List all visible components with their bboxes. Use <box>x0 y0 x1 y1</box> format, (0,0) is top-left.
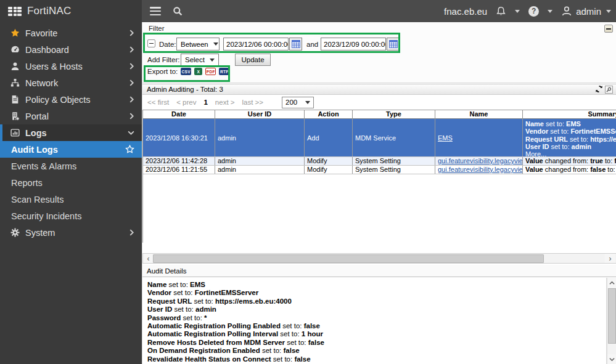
date-to-input[interactable]: 2023/12/09 00:00:00 <box>321 38 386 51</box>
detail-line: On Demand Registration Enabled set to: f… <box>147 347 606 355</box>
update-button[interactable]: Update <box>235 54 271 66</box>
sidebar-item-users-hosts[interactable]: Users & Hosts <box>0 58 142 75</box>
fortinac-window: FortiNAC fnac.eb.eu ? admin FavoriteDash… <box>0 0 616 364</box>
column-header-action[interactable]: Action <box>305 110 353 119</box>
menu-toggle-icon[interactable] <box>150 7 161 15</box>
sidebar-item-dashboard[interactable]: Dashboard <box>0 41 142 58</box>
sidebar-item-label: Users & Hosts <box>25 62 129 71</box>
page-last-link[interactable]: last >> <box>242 99 264 106</box>
date-from-input[interactable]: 2023/12/06 00:00:00 <box>223 38 289 51</box>
gear-icon <box>8 228 22 237</box>
policy-icon <box>8 95 22 104</box>
row-name-link[interactable]: gui.featurevisibility.legacyviews <box>438 157 523 164</box>
export-rtf-icon[interactable]: RTF <box>219 68 229 75</box>
column-header-name[interactable]: Name <box>435 110 523 119</box>
table-row[interactable]: 2023/12/06 11:42:28adminModifySystem Set… <box>143 157 616 166</box>
date-operator-select[interactable]: Between <box>176 38 220 51</box>
sidebar-nav: FavoriteDashboardUsers & HostsNetworkPol… <box>0 22 142 364</box>
page-prev-link[interactable]: < prev <box>176 99 196 106</box>
column-header-date[interactable]: Date <box>143 110 215 119</box>
sidebar-item-label: Scan Results <box>11 195 134 204</box>
refresh-icon[interactable] <box>595 85 603 94</box>
sidebar-item-events-alarms[interactable]: Events & Alarms <box>0 158 142 174</box>
chevron-right-icon <box>129 229 134 236</box>
sidebar-item-label: System <box>25 228 129 238</box>
sidebar-item-audit-logs[interactable]: Audit Logs <box>0 141 142 158</box>
help-caret-icon[interactable] <box>548 10 552 13</box>
date-filter-label: Date: <box>159 41 176 48</box>
remove-date-filter-button[interactable] <box>147 39 155 47</box>
sidebar-item-network[interactable]: Network <box>0 75 142 91</box>
user-avatar-icon[interactable] <box>561 6 572 17</box>
summary-line: Name set to: EMS <box>525 120 616 127</box>
sidebar-item-label: Dashboard <box>25 45 129 55</box>
detail-line: Request URL set to: https://ems.eb.eu:40… <box>147 297 606 305</box>
chevron-right-icon <box>129 96 134 103</box>
row-name-link[interactable]: gui.featurevisibility.legacyviews <box>438 166 523 173</box>
scroll-up-icon[interactable] <box>607 278 616 288</box>
chevron-right-icon <box>129 113 134 119</box>
add-filter-select[interactable]: Select <box>181 54 219 66</box>
add-filter-label: Add Filter: <box>147 56 179 63</box>
date-to-calendar-icon[interactable] <box>387 38 400 51</box>
sidebar-item-favorite[interactable]: Favorite <box>0 25 142 41</box>
chevron-down-icon <box>128 130 134 135</box>
page-first-link[interactable]: << first <box>147 99 169 106</box>
column-header-type[interactable]: Type <box>353 110 435 119</box>
content-area: Filter Date: Between 2023/12/06 00:00:00… <box>142 22 616 364</box>
summary-line: Vendor set to: FortinetEMSServer <box>525 127 616 135</box>
table-row[interactable]: 2023/12/06 11:21:55adminModifySystem Set… <box>143 166 616 174</box>
date-from-calendar-icon[interactable] <box>289 38 302 51</box>
notifications-caret-icon[interactable] <box>515 10 520 13</box>
admin-auditing-panel: Admin Auditing - Total: 3 << first < pre… <box>142 84 616 264</box>
scroll-down-icon[interactable] <box>607 354 616 364</box>
sidebar-item-logs[interactable]: Logs <box>0 124 142 141</box>
filter-collapse-button[interactable] <box>604 25 613 33</box>
sidebar-item-reports[interactable]: Reports <box>0 174 142 191</box>
summary-line[interactable]: More... <box>525 150 616 156</box>
notifications-bell-icon[interactable] <box>496 6 506 17</box>
export-csv-icon[interactable]: CSV <box>181 68 191 75</box>
export-pdf-icon[interactable]: PDF <box>205 68 216 75</box>
column-header-user-id[interactable]: User ID <box>215 110 305 119</box>
table-row[interactable]: 2023/12/08 16:30:21adminAddMDM ServiceEM… <box>143 119 616 157</box>
table-title-bar: Admin Auditing - Total: 3 <box>142 84 616 95</box>
page-next-link[interactable]: next > <box>215 99 235 106</box>
network-icon <box>8 78 22 87</box>
sidebar-item-label: Security Incidents <box>11 211 134 221</box>
horizontal-scroll-thumb[interactable] <box>153 254 544 263</box>
sidebar-item-portal[interactable]: Portal <box>0 108 142 124</box>
summary-line: Value changed from: false to: true <box>525 166 616 174</box>
detail-line: User ID set to: admin <box>147 305 606 313</box>
sidebar-item-scan-results[interactable]: Scan Results <box>0 191 142 208</box>
details-body: Name set to: EMSVendor set to: FortinetE… <box>142 278 607 364</box>
star-outline-icon[interactable] <box>125 145 134 154</box>
scroll-right-icon[interactable]: › <box>605 254 615 263</box>
horizontal-scrollbar[interactable]: ‹ › <box>142 253 616 264</box>
detail-line: Vendor set to: FortinetEMSServer <box>147 289 606 297</box>
table-options-icon[interactable] <box>605 86 613 94</box>
page-size-select[interactable]: 200 <box>282 97 314 108</box>
export-xls-icon[interactable]: X <box>194 68 202 75</box>
scroll-left-icon[interactable]: ‹ <box>143 254 154 263</box>
sidebar-item-label: Reports <box>11 178 134 188</box>
vertical-scrollbar[interactable] <box>607 278 616 364</box>
row-name-link[interactable]: EMS <box>438 134 453 142</box>
sidebar-item-security-incidents[interactable]: Security Incidents <box>0 208 142 224</box>
date-and-label: and <box>306 41 318 48</box>
audit-table: DateUser IDActionTypeNameSummary 2023/12… <box>142 110 616 243</box>
page-current: 1 <box>203 99 207 106</box>
sidebar-item-system[interactable]: System <box>0 224 142 241</box>
help-icon[interactable]: ? <box>528 6 539 17</box>
filter-panel: Filter Date: Between 2023/12/06 00:00:00… <box>142 22 616 83</box>
user-menu-label[interactable]: admin <box>576 6 601 17</box>
sidebar-item-label: Events & Alarms <box>11 161 134 171</box>
vertical-scroll-thumb[interactable] <box>608 288 616 344</box>
search-icon[interactable] <box>173 6 183 17</box>
user-caret-icon[interactable] <box>606 10 611 13</box>
column-header-summary[interactable]: Summary <box>523 110 616 119</box>
sidebar-item-policy-objects[interactable]: Policy & Objects <box>0 91 142 108</box>
export-row: Export to: CSVXPDFRTF <box>147 68 229 75</box>
chevron-right-icon <box>129 46 134 53</box>
summary-line: Value changed from: true to: false <box>525 157 616 165</box>
